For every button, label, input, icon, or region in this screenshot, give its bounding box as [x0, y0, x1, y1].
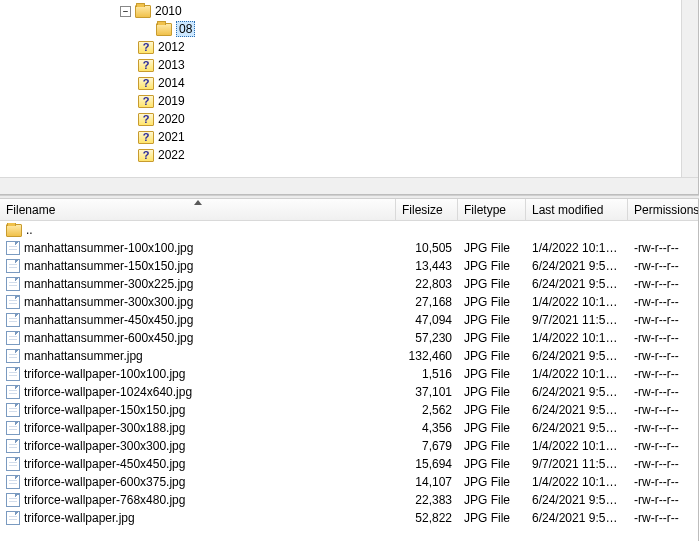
table-row[interactable]: manhattansummer-300x225.jpg22,803JPG Fil… [0, 275, 698, 293]
file-name: manhattansummer-600x450.jpg [24, 331, 193, 345]
file-size: 27,168 [396, 295, 458, 309]
file-name: triforce-wallpaper-768x480.jpg [24, 493, 185, 507]
file-name: manhattansummer-300x300.jpg [24, 295, 193, 309]
file-name: triforce-wallpaper-600x375.jpg [24, 475, 185, 489]
file-type: JPG File [458, 403, 526, 417]
file-type: JPG File [458, 439, 526, 453]
table-row[interactable]: triforce-wallpaper-150x150.jpg2,562JPG F… [0, 401, 698, 419]
header-filesize[interactable]: Filesize [396, 199, 458, 220]
tree-label: 2013 [158, 58, 185, 72]
tree-label: 2012 [158, 40, 185, 54]
file-permissions: -rw-r--r-- [628, 277, 698, 291]
file-list-pane: Filename Filesize Filetype Last modified… [0, 199, 699, 541]
header-permissions[interactable]: Permissions [628, 199, 698, 220]
file-type: JPG File [458, 511, 526, 525]
tree-node-2013[interactable]: ?2013 [100, 56, 698, 74]
table-row[interactable]: triforce-wallpaper-768x480.jpg22,383JPG … [0, 491, 698, 509]
file-name: manhattansummer-100x100.jpg [24, 241, 193, 255]
file-icon [6, 313, 20, 327]
header-filename[interactable]: Filename [0, 199, 396, 220]
file-permissions: -rw-r--r-- [628, 385, 698, 399]
file-size: 22,383 [396, 493, 458, 507]
file-name: triforce-wallpaper-450x450.jpg [24, 457, 185, 471]
parent-directory-row[interactable]: .. [0, 221, 698, 239]
tree-node-2019[interactable]: ?2019 [100, 92, 698, 110]
file-type: JPG File [458, 367, 526, 381]
tree-node-2014[interactable]: ?2014 [100, 74, 698, 92]
file-type: JPG File [458, 421, 526, 435]
file-date: 1/4/2022 10:10:... [526, 295, 628, 309]
file-size: 10,505 [396, 241, 458, 255]
file-icon [6, 439, 20, 453]
file-permissions: -rw-r--r-- [628, 421, 698, 435]
file-permissions: -rw-r--r-- [628, 259, 698, 273]
table-row[interactable]: manhattansummer-100x100.jpg10,505JPG Fil… [0, 239, 698, 257]
file-type: JPG File [458, 277, 526, 291]
file-size: 14,107 [396, 475, 458, 489]
header-filetype[interactable]: Filetype [458, 199, 526, 220]
tree-node-2022[interactable]: ?2022 [100, 146, 698, 164]
file-name: triforce-wallpaper-100x100.jpg [24, 367, 185, 381]
tree-node-2010[interactable]: − 2010 [100, 2, 698, 20]
folder-icon [135, 5, 151, 18]
file-date: 9/7/2021 11:52:... [526, 313, 628, 327]
table-row[interactable]: triforce-wallpaper-300x188.jpg4,356JPG F… [0, 419, 698, 437]
file-icon [6, 259, 20, 273]
unknown-folder-icon: ? [138, 41, 154, 54]
table-row[interactable]: triforce-wallpaper-100x100.jpg1,516JPG F… [0, 365, 698, 383]
file-size: 132,460 [396, 349, 458, 363]
header-last-modified[interactable]: Last modified [526, 199, 628, 220]
collapse-icon[interactable]: − [120, 6, 131, 17]
unknown-folder-icon: ? [138, 149, 154, 162]
file-icon [6, 241, 20, 255]
file-date: 6/24/2021 9:53:... [526, 277, 628, 291]
file-icon [6, 421, 20, 435]
file-permissions: -rw-r--r-- [628, 511, 698, 525]
file-type: JPG File [458, 385, 526, 399]
unknown-folder-icon: ? [138, 95, 154, 108]
file-name: triforce-wallpaper-150x150.jpg [24, 403, 185, 417]
unknown-folder-icon: ? [138, 113, 154, 126]
file-date: 9/7/2021 11:52:... [526, 457, 628, 471]
parent-dir-label: .. [26, 223, 33, 237]
file-name: manhattansummer-450x450.jpg [24, 313, 193, 327]
table-row[interactable]: manhattansummer-450x450.jpg47,094JPG Fil… [0, 311, 698, 329]
horizontal-scrollbar[interactable] [0, 177, 698, 194]
file-permissions: -rw-r--r-- [628, 403, 698, 417]
file-type: JPG File [458, 475, 526, 489]
file-icon [6, 493, 20, 507]
table-row[interactable]: triforce-wallpaper.jpg52,822JPG File6/24… [0, 509, 698, 527]
table-row[interactable]: manhattansummer-300x300.jpg27,168JPG Fil… [0, 293, 698, 311]
file-size: 1,516 [396, 367, 458, 381]
file-date: 1/4/2022 10:10:... [526, 475, 628, 489]
file-date: 6/24/2021 9:53:... [526, 349, 628, 363]
file-size: 22,803 [396, 277, 458, 291]
table-row[interactable]: manhattansummer-600x450.jpg57,230JPG Fil… [0, 329, 698, 347]
file-permissions: -rw-r--r-- [628, 493, 698, 507]
table-row[interactable]: triforce-wallpaper-600x375.jpg14,107JPG … [0, 473, 698, 491]
table-row[interactable]: triforce-wallpaper-300x300.jpg7,679JPG F… [0, 437, 698, 455]
file-type: JPG File [458, 259, 526, 273]
file-date: 1/4/2022 10:10:... [526, 439, 628, 453]
tree-node-2020[interactable]: ?2020 [100, 110, 698, 128]
file-date: 6/24/2021 9:53:... [526, 403, 628, 417]
tree-node-08[interactable]: 08 [100, 20, 698, 38]
table-row[interactable]: manhattansummer.jpg132,460JPG File6/24/2… [0, 347, 698, 365]
column-headers: Filename Filesize Filetype Last modified… [0, 199, 698, 221]
vertical-scrollbar[interactable] [681, 0, 698, 177]
tree-node-2012[interactable]: ?2012 [100, 38, 698, 56]
table-row[interactable]: triforce-wallpaper-1024x640.jpg37,101JPG… [0, 383, 698, 401]
file-icon [6, 349, 20, 363]
file-name: triforce-wallpaper.jpg [24, 511, 135, 525]
file-type: JPG File [458, 457, 526, 471]
table-row[interactable]: manhattansummer-150x150.jpg13,443JPG Fil… [0, 257, 698, 275]
folder-icon [156, 23, 172, 36]
file-type: JPG File [458, 241, 526, 255]
tree-label: 2020 [158, 112, 185, 126]
folder-tree-pane: − 2010 08 ?2012?2013?2014?2019?2020?2021… [0, 0, 699, 195]
file-date: 1/4/2022 10:10:... [526, 367, 628, 381]
table-row[interactable]: triforce-wallpaper-450x450.jpg15,694JPG … [0, 455, 698, 473]
file-date: 1/4/2022 10:10:... [526, 241, 628, 255]
tree-node-2021[interactable]: ?2021 [100, 128, 698, 146]
file-icon [6, 331, 20, 345]
